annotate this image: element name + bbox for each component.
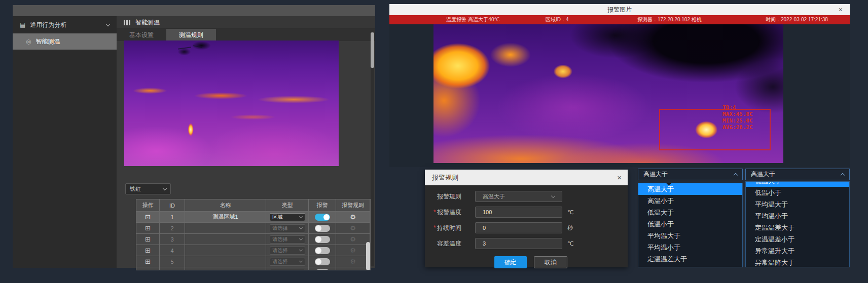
required-asterisk: * bbox=[433, 209, 437, 216]
table-header-row: 操作 ID 名称 类型 报警 报警规则 bbox=[136, 199, 370, 212]
type-select[interactable]: 请选择 bbox=[270, 235, 305, 244]
type-select[interactable]: 区域 bbox=[270, 213, 305, 221]
region-table: 操作 ID 名称 类型 报警 报警规则 ⊡ 1 测温区域1 区域 ⚙ ⊞ bbox=[136, 199, 371, 270]
gear-icon[interactable]: ⚙ bbox=[350, 258, 356, 265]
alarm-toggle[interactable] bbox=[315, 214, 330, 221]
gear-icon[interactable]: ⚙ bbox=[350, 269, 356, 270]
alarm-detector: 探测器：172.20.20.102 相机 bbox=[637, 15, 702, 24]
table-row[interactable]: ⊞ 2 请选择 ⚙ bbox=[136, 223, 370, 234]
option[interactable]: 低温小于 bbox=[746, 187, 849, 198]
chevron-down-icon bbox=[299, 259, 302, 262]
option[interactable]: 平均温小于 bbox=[746, 210, 849, 222]
add-region-icon[interactable]: ⊞ bbox=[145, 247, 151, 254]
tab-basic-settings[interactable]: 基本设置 bbox=[117, 29, 166, 41]
option[interactable]: 定温温差大于 bbox=[746, 222, 849, 233]
dialog-body: 报警规则 高温大于 * 报警温度 ℃ * 持续时间 秒 容差温度 bbox=[425, 185, 628, 268]
alarm-toggle[interactable] bbox=[315, 247, 330, 254]
tab-thermometry-rules[interactable]: 测温规则 bbox=[166, 29, 216, 41]
roi-rectangle bbox=[659, 109, 771, 150]
option[interactable]: 定温温差小于 bbox=[746, 233, 849, 245]
add-region-icon[interactable]: ⊞ bbox=[145, 235, 151, 243]
bars-icon bbox=[124, 20, 130, 25]
scrollbar-thumb[interactable] bbox=[371, 32, 374, 68]
alarm-rule-dialog: 报警规则 × 报警规则 高温大于 * 报警温度 ℃ * 持续时间 bbox=[425, 170, 628, 267]
close-icon[interactable]: × bbox=[839, 4, 843, 15]
dialog-title: 报警规则 bbox=[432, 173, 458, 182]
delete-region-icon[interactable]: ⊡ bbox=[145, 213, 151, 221]
chevron-down-icon bbox=[299, 225, 302, 229]
alarm-alert-bar: 温度报警-高温大于40℃ 区域ID：4 探测器：172.20.20.102 相机… bbox=[389, 15, 850, 24]
roi-readout: ID:4 MAX:45.8C MIN:25.0C AVG:28.2C bbox=[722, 104, 753, 131]
gear-icon[interactable]: ⚙ bbox=[350, 224, 356, 232]
add-region-icon[interactable]: ⊞ bbox=[145, 269, 151, 270]
target-icon: ◎ bbox=[26, 38, 31, 45]
alarm-image-dialog: 报警图片 × 温度报警-高温大于40℃ 区域ID：4 探测器：172.20.20… bbox=[389, 4, 850, 167]
option[interactable]: 低温大于 bbox=[638, 207, 742, 218]
page-title: 智能测温 bbox=[135, 18, 160, 27]
alarm-toggle[interactable] bbox=[315, 269, 330, 271]
chevron-down-icon bbox=[299, 236, 302, 240]
field-alarm-temp: * 报警温度 ℃ bbox=[433, 207, 628, 218]
option[interactable]: 低温大于 bbox=[746, 182, 849, 187]
sidebar-item-behavior-analysis[interactable]: ▤ 通用行为分析 bbox=[13, 16, 117, 33]
sidebar-item-label: 通用行为分析 bbox=[30, 21, 102, 29]
option[interactable]: 低温小于 bbox=[638, 218, 742, 230]
content-scrollbar[interactable] bbox=[371, 30, 374, 266]
rule-type-dropdown-left[interactable]: 高温大于 bbox=[638, 169, 743, 180]
gear-icon[interactable]: ⚙ bbox=[350, 213, 356, 221]
gear-icon[interactable]: ⚙ bbox=[350, 235, 356, 243]
chevron-down-icon bbox=[299, 214, 302, 218]
duration-input[interactable] bbox=[475, 222, 562, 233]
ok-button[interactable]: 确定 bbox=[494, 256, 527, 268]
close-icon[interactable]: × bbox=[617, 173, 622, 182]
chevron-up-icon bbox=[734, 173, 738, 177]
gear-icon[interactable]: ⚙ bbox=[350, 247, 356, 254]
rule-type-dropdown-right[interactable]: 高温大于 bbox=[745, 169, 850, 180]
chevron-down-icon bbox=[106, 22, 110, 26]
add-region-icon[interactable]: ⊞ bbox=[145, 258, 151, 265]
table-row[interactable]: ⊞ 5 请选择 ⚙ bbox=[136, 256, 370, 267]
option[interactable]: 高温大于 bbox=[638, 183, 742, 195]
alarm-toggle[interactable] bbox=[315, 258, 330, 265]
add-region-icon[interactable]: ⊞ bbox=[145, 224, 151, 232]
cancel-button[interactable]: 取消 bbox=[534, 256, 567, 268]
alarm-toggle[interactable] bbox=[315, 225, 330, 232]
dialog-title: 报警图片 bbox=[607, 6, 632, 14]
rule-type-options-left: 高温大于 高温小于 低温大于 低温小于 平均温大于 平均温小于 定温温差大于 定… bbox=[638, 183, 743, 267]
app-canvas: ▤ 通用行为分析 ◎ 智能测温 智能测温 基本设置 测温规则 铁红 bbox=[0, 0, 868, 283]
thermal-preview-image[interactable] bbox=[124, 41, 339, 166]
sidebar-item-smart-thermometry[interactable]: ◎ 智能测温 bbox=[13, 33, 117, 50]
type-select[interactable]: 请选择 bbox=[270, 224, 305, 232]
alarm-time: 时间：2022-03-02 17:21:38 bbox=[766, 15, 828, 24]
chevron-down-icon bbox=[163, 186, 167, 190]
option[interactable]: 平均温大于 bbox=[746, 198, 849, 210]
alarm-message: 温度报警-高温大于40℃ bbox=[446, 15, 500, 24]
option[interactable]: 定温温差小于 bbox=[638, 265, 742, 267]
dialog-titlebar: 报警图片 × bbox=[389, 4, 850, 15]
content-header: 智能测温 bbox=[117, 16, 375, 29]
option[interactable]: 定温温差大于 bbox=[638, 253, 742, 265]
table-row[interactable]: ⊡ 1 测温区域1 区域 ⚙ bbox=[136, 212, 370, 223]
option[interactable]: 平均温大于 bbox=[638, 230, 742, 241]
sidebar: ▤ 通用行为分析 ◎ 智能测温 bbox=[13, 16, 117, 268]
option[interactable]: 异常温升大于 bbox=[746, 245, 849, 257]
type-select[interactable] bbox=[270, 269, 305, 271]
table-scrollbar-thumb[interactable] bbox=[366, 242, 370, 270]
type-select[interactable]: 请选择 bbox=[270, 247, 305, 255]
palette-select[interactable]: 铁红 bbox=[125, 183, 171, 194]
chevron-down-icon bbox=[551, 193, 555, 197]
tolerance-temp-input[interactable] bbox=[475, 238, 562, 249]
type-select[interactable]: 请选择 bbox=[270, 258, 305, 266]
rule-type-select[interactable]: 高温大于 bbox=[475, 191, 562, 202]
option[interactable]: 平均温小于 bbox=[638, 241, 742, 253]
table-row[interactable]: ⊞ 4 请选择 ⚙ bbox=[136, 245, 370, 256]
option[interactable]: 异常温降大于 bbox=[746, 257, 849, 267]
rule-type-options-right: 低温大于 低温小于 平均温大于 平均温小于 定温温差大于 定温温差小于 异常温升… bbox=[745, 181, 850, 267]
alarm-toggle[interactable] bbox=[315, 236, 330, 243]
spot-marker bbox=[176, 44, 206, 53]
alarm-temp-input[interactable] bbox=[475, 207, 562, 218]
tab-bar: 基本设置 测温规则 bbox=[117, 29, 375, 41]
table-row[interactable]: ⊞ 3 请选择 ⚙ bbox=[136, 234, 370, 245]
alarm-region: 区域ID：4 bbox=[546, 15, 569, 24]
option[interactable]: 高温小于 bbox=[638, 195, 742, 207]
